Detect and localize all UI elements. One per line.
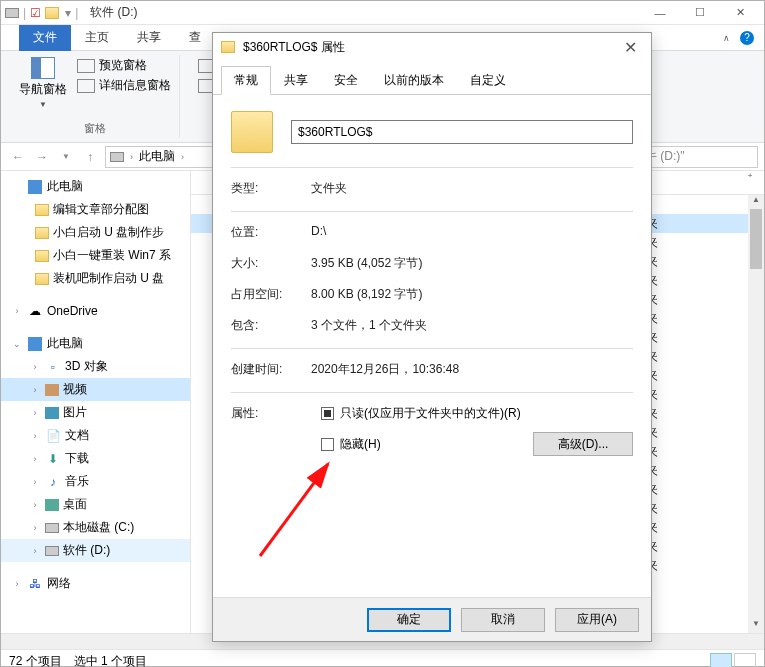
dialog-buttons: 确定 取消 应用(A): [213, 597, 651, 641]
pc-icon: [28, 180, 42, 194]
drive-icon: [5, 8, 19, 18]
val-contains: 3 个文件，1 个文件夹: [311, 317, 633, 334]
maximize-button[interactable]: ☐: [680, 2, 720, 24]
dialog-tabs: 常规 共享 安全 以前的版本 自定义: [213, 65, 651, 95]
tree-pictures[interactable]: ›图片: [1, 401, 190, 424]
status-items: 72 个项目: [9, 653, 62, 667]
search-input[interactable]: 牛 (D:)": [638, 146, 758, 168]
tree-item[interactable]: 装机吧制作启动 U 盘: [1, 267, 190, 290]
tab-share[interactable]: 共享: [123, 25, 175, 51]
back-button[interactable]: ←: [7, 146, 29, 168]
hidden-checkbox[interactable]: 隐藏(H): [321, 436, 523, 453]
dialog-close-button[interactable]: ✕: [617, 38, 643, 57]
folder-name-input[interactable]: [291, 120, 633, 144]
tree-item[interactable]: 编辑文章部分配图: [1, 198, 190, 221]
preview-pane-icon: [77, 59, 95, 73]
tree-video[interactable]: ›视频: [1, 378, 190, 401]
crumb-this-pc[interactable]: 此电脑: [139, 148, 175, 165]
nav-pane-icon: [31, 57, 55, 79]
ribbon-collapse-icon[interactable]: ∧: [723, 33, 730, 43]
tab-customize[interactable]: 自定义: [457, 66, 519, 95]
pictures-icon: [45, 407, 59, 419]
tree-network[interactable]: ›🖧网络: [1, 572, 190, 595]
properties-dialog: $360RTLOG$ 属性 ✕ 常规 共享 安全 以前的版本 自定义 类型:文件…: [212, 32, 652, 642]
up-button[interactable]: ↑: [79, 146, 101, 168]
tab-security[interactable]: 安全: [321, 66, 371, 95]
col-menu-icon[interactable]: +: [736, 171, 764, 194]
help-icon[interactable]: ?: [740, 31, 754, 45]
nav-tree[interactable]: 此电脑 编辑文章部分配图 小白启动 U 盘制作步 小白一键重装 Win7 系 装…: [1, 171, 191, 633]
checkbox-empty-icon: [321, 438, 334, 451]
tree-ddrive[interactable]: ›软件 (D:): [1, 539, 190, 562]
val-size: 3.95 KB (4,052 字节): [311, 255, 633, 272]
tree-this-pc[interactable]: 此电脑: [1, 175, 190, 198]
drive-icon: [45, 546, 59, 556]
view-details-button[interactable]: [710, 653, 732, 668]
fwd-button[interactable]: →: [31, 146, 53, 168]
lbl-attributes: 属性:: [231, 405, 311, 456]
large-folder-icon: [231, 111, 273, 153]
qat-folder-icon[interactable]: [45, 7, 59, 19]
val-type: 文件夹: [311, 180, 633, 197]
ok-button[interactable]: 确定: [367, 608, 451, 632]
tree-desktop[interactable]: ›桌面: [1, 493, 190, 516]
qat-overflow-icon[interactable]: ▾: [65, 6, 71, 20]
cancel-button[interactable]: 取消: [461, 608, 545, 632]
lbl-location: 位置:: [231, 224, 311, 241]
readonly-checkbox[interactable]: 只读(仅应用于文件夹中的文件)(R): [321, 405, 633, 422]
tab-view[interactable]: 查: [175, 25, 215, 51]
addr-chevron-icon2[interactable]: ›: [181, 152, 184, 162]
desktop-icon: [45, 499, 59, 511]
val-disk: 8.00 KB (8,192 字节): [311, 286, 633, 303]
music-icon: ♪: [45, 474, 61, 490]
scroll-down-icon[interactable]: ▼: [748, 619, 764, 633]
tab-sharing[interactable]: 共享: [271, 66, 321, 95]
download-icon: ⬇: [45, 451, 61, 467]
lbl-disk: 占用空间:: [231, 286, 311, 303]
tree-item[interactable]: 小白一键重装 Win7 系: [1, 244, 190, 267]
tree-music[interactable]: ›♪音乐: [1, 470, 190, 493]
dropdown-icon: ▼: [39, 100, 47, 109]
tree-3d[interactable]: ›▫3D 对象: [1, 355, 190, 378]
window-title: 软件 (D:): [90, 4, 137, 21]
dialog-title-bar[interactable]: $360RTLOG$ 属性 ✕: [213, 33, 651, 61]
tab-previous-versions[interactable]: 以前的版本: [371, 66, 457, 95]
dialog-title: $360RTLOG$ 属性: [243, 39, 345, 56]
tab-general[interactable]: 常规: [221, 66, 271, 95]
scroll-thumb[interactable]: [750, 209, 762, 269]
tree-this-pc-2[interactable]: ⌄此电脑: [1, 332, 190, 355]
detail-pane-button[interactable]: 详细信息窗格: [77, 77, 171, 94]
tree-downloads[interactable]: ›⬇下载: [1, 447, 190, 470]
tree-docs[interactable]: ›📄文档: [1, 424, 190, 447]
addr-chevron-icon[interactable]: ›: [130, 152, 133, 162]
tree-cdrive[interactable]: ›本地磁盘 (C:): [1, 516, 190, 539]
preview-pane-button[interactable]: 预览窗格: [77, 57, 147, 74]
apply-button[interactable]: 应用(A): [555, 608, 639, 632]
folder-icon: [35, 273, 49, 285]
vertical-scrollbar[interactable]: ▲ ▼: [748, 195, 764, 633]
view-large-button[interactable]: [734, 653, 756, 668]
close-button[interactable]: ✕: [720, 2, 760, 24]
separator: [231, 211, 633, 212]
tree-onedrive[interactable]: ›☁OneDrive: [1, 300, 190, 322]
scroll-up-icon[interactable]: ▲: [748, 195, 764, 209]
checkbox-indeterminate-icon: [321, 407, 334, 420]
status-bar: 72 个项目 选中 1 个项目: [1, 649, 764, 667]
pc-icon: [28, 337, 42, 351]
separator: [231, 348, 633, 349]
minimize-button[interactable]: —: [640, 2, 680, 24]
recent-button[interactable]: ▼: [55, 146, 77, 168]
lbl-contains: 包含:: [231, 317, 311, 334]
addr-drive-icon: [110, 152, 124, 162]
nav-pane-button[interactable]: 导航窗格 ▼: [19, 57, 67, 109]
qat-check-icon[interactable]: ☑: [30, 6, 41, 20]
folder-icon: [35, 227, 49, 239]
tab-file[interactable]: 文件: [19, 25, 71, 51]
title-bar: | ☑ ▾ | 软件 (D:) — ☐ ✕: [1, 1, 764, 25]
tab-home[interactable]: 主页: [71, 25, 123, 51]
advanced-button[interactable]: 高级(D)...: [533, 432, 633, 456]
tree-item[interactable]: 小白启动 U 盘制作步: [1, 221, 190, 244]
lbl-created: 创建时间:: [231, 361, 311, 378]
status-selection: 选中 1 个项目: [74, 653, 147, 667]
cloud-icon: ☁: [27, 303, 43, 319]
